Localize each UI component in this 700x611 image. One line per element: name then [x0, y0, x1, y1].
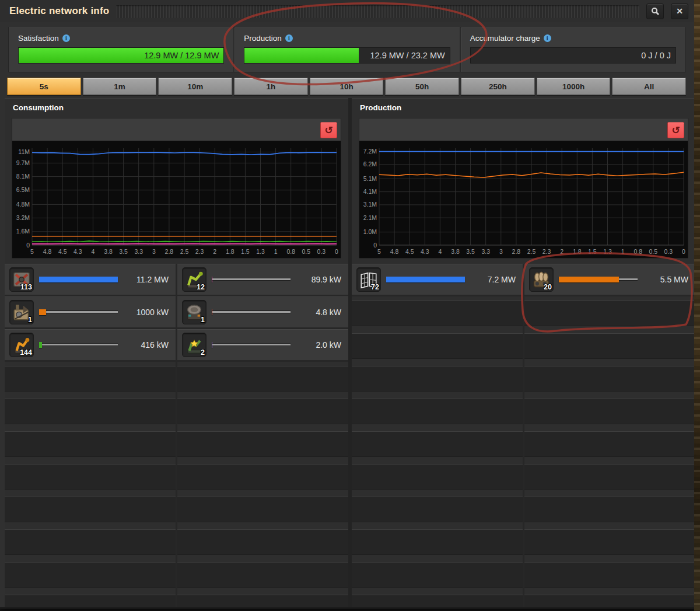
- search-button[interactable]: [646, 4, 664, 19]
- usage-bar-track: [212, 344, 290, 345]
- inserter-row[interactable]: 144416 kW: [5, 329, 176, 362]
- stat-production: Productioni12.9 MW / 23.2 MW: [233, 27, 459, 72]
- time-button-250h[interactable]: 250h: [461, 78, 535, 95]
- x-tick-label: 0.3: [664, 248, 673, 255]
- long-handed-inserter-slot[interactable]: 12: [182, 267, 206, 292]
- panel-title-consumption: Consumption: [13, 103, 64, 112]
- burner-mining-drill-row[interactable]: 11000 kW: [5, 296, 176, 329]
- y-tick-label: 3.2M: [16, 214, 30, 221]
- production-rows: 727.2 MW205.5 MW: [352, 264, 695, 607]
- empty-slot: [177, 497, 348, 522]
- time-button-10h[interactable]: 10h: [310, 78, 384, 95]
- time-button-All[interactable]: All: [612, 78, 686, 95]
- stat-bar-value: 12.9 MW / 23.2 MW: [370, 48, 445, 63]
- empty-slot: [5, 562, 176, 588]
- network-stats-panel: Satisfactioni12.9 MW / 12.9 MWProduction…: [8, 27, 686, 72]
- stat-bar-value: 0 J / 0 J: [641, 48, 671, 63]
- close-button[interactable]: ✕: [671, 4, 688, 19]
- steam-engine-slot[interactable]: 20: [529, 267, 554, 292]
- entity-count: 113: [20, 283, 32, 291]
- consumption-rows: 11311.2 MW11000 kW144416 kW1289.9 kW14.8…: [5, 264, 348, 607]
- stat-accumulator-charge: Accumulator chargei0 J / 0 J: [460, 27, 685, 72]
- info-icon[interactable]: i: [285, 34, 293, 42]
- time-range-buttons: 5s1m10m1h10h50h250h1000hAll: [7, 78, 686, 95]
- x-tick-label: 2.5: [180, 248, 189, 255]
- electric-network-info-window: Electric network info ✕ Satisfactioni12.…: [0, 0, 694, 609]
- solar-panel-slot[interactable]: 72: [356, 267, 381, 292]
- x-tick-label: 0.8: [286, 248, 295, 255]
- usage-bar-fill: [39, 342, 42, 348]
- x-tick-label: 1.5: [241, 248, 250, 255]
- usage-bar: [559, 277, 638, 282]
- inserter-slot[interactable]: 144: [9, 333, 34, 357]
- empty-slot: [177, 431, 348, 457]
- steam-engine-row[interactable]: 205.5 MW: [524, 264, 695, 296]
- chart-reset-button[interactable]: ↺: [320, 122, 337, 138]
- empty-slot: [5, 464, 176, 490]
- empty-slot: [352, 562, 523, 588]
- time-button-10m[interactable]: 10m: [158, 78, 232, 95]
- entity-count: 12: [197, 283, 205, 291]
- time-button-1h[interactable]: 1h: [234, 78, 308, 95]
- rows-column: 727.2 MW: [352, 264, 523, 607]
- usage-value: 416 kW: [123, 340, 169, 350]
- entity-count: 2: [201, 348, 205, 357]
- usage-bar-fill: [39, 309, 46, 315]
- radar-slot[interactable]: 1: [182, 300, 206, 324]
- filter-inserter-row[interactable]: 22.0 kW: [177, 329, 348, 362]
- empty-slot: [5, 431, 176, 457]
- usage-value: 2.0 kW: [296, 340, 341, 350]
- x-tick-label: 2.3: [195, 248, 204, 255]
- x-tick-label: 2.5: [527, 248, 536, 255]
- empty-slot: [177, 399, 348, 424]
- x-tick-label: 2: [213, 248, 216, 255]
- x-tick-label: 4.3: [421, 248, 429, 255]
- x-tick-label: 1.8: [573, 248, 582, 255]
- empty-slot: [352, 431, 523, 457]
- empty-slot: [524, 595, 695, 607]
- filter-inserter-slot[interactable]: 2: [182, 333, 206, 357]
- empty-slot: [352, 301, 523, 326]
- stat-label-satisfaction: Satisfactioni: [18, 34, 224, 43]
- reset-icon: ↺: [324, 124, 332, 137]
- x-tick-label: 0.8: [634, 248, 642, 255]
- empty-slot: [5, 497, 176, 522]
- x-tick-label: 3.3: [481, 248, 490, 255]
- usage-bar: [39, 309, 118, 315]
- stat-bar-production: 12.9 MW / 23.2 MW: [244, 47, 450, 64]
- empty-slot: [5, 399, 176, 424]
- x-tick-label: 4.5: [58, 248, 67, 255]
- x-tick-label: 5: [377, 248, 381, 255]
- rows-column: 1289.9 kW14.8 kW22.0 kW: [176, 264, 348, 607]
- empty-slot: [524, 333, 695, 359]
- empty-slot: [177, 366, 348, 392]
- long-handed-inserter-row[interactable]: 1289.9 kW: [177, 264, 348, 296]
- solar-panel-row[interactable]: 727.2 MW: [352, 264, 523, 296]
- empty-slot: [524, 399, 695, 424]
- titlebar[interactable]: Electric network info ✕: [0, 0, 694, 22]
- titlebar-drag-stripes[interactable]: [116, 5, 639, 18]
- info-icon[interactable]: i: [62, 34, 70, 42]
- info-icon[interactable]: i: [544, 34, 551, 42]
- assembling-machine-row[interactable]: 11311.2 MW: [5, 264, 176, 296]
- empty-slot: [524, 464, 695, 490]
- radar-row[interactable]: 14.8 kW: [177, 296, 348, 329]
- x-tick-label: 1: [274, 248, 278, 255]
- y-tick-label: 6.5M: [16, 186, 30, 193]
- usage-bar-track: [39, 311, 118, 313]
- burner-mining-drill-slot[interactable]: 1: [9, 300, 34, 324]
- consumption-chart: ↺54.84.54.343.83.53.332.82.52.321.81.51.…: [12, 118, 341, 259]
- time-button-1m[interactable]: 1m: [83, 78, 157, 95]
- empty-slot: [352, 399, 523, 424]
- panel-title-production: Production: [360, 103, 401, 112]
- y-tick-label: 0: [373, 242, 377, 249]
- chart-reset-button[interactable]: ↺: [667, 122, 684, 138]
- time-button-50h[interactable]: 50h: [385, 78, 459, 95]
- series-other ~0.15M: [32, 244, 337, 245]
- empty-slot: [5, 529, 176, 555]
- x-tick-label: 3.8: [451, 248, 460, 255]
- time-button-5s[interactable]: 5s: [7, 78, 81, 95]
- assembling-machine-slot[interactable]: 113: [9, 267, 34, 292]
- stat-bar-value: 12.9 MW / 12.9 MW: [144, 48, 219, 63]
- time-button-1000h[interactable]: 1000h: [537, 78, 611, 95]
